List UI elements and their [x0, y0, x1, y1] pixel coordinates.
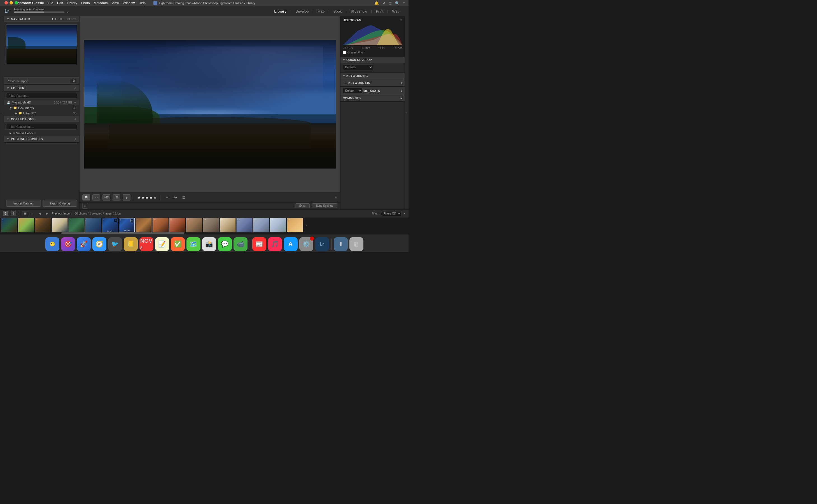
module-tab-map[interactable]: Map	[314, 8, 328, 15]
filmstrip-page-2-button[interactable]: 2	[11, 211, 16, 216]
comments-header[interactable]: Comments ◀	[341, 95, 405, 101]
filmstrip-thumb-12[interactable]: 12	[186, 218, 202, 232]
module-tab-web[interactable]: Web	[389, 8, 403, 15]
collections-search-input[interactable]	[6, 124, 77, 129]
keyword-add-button[interactable]: +	[343, 81, 347, 85]
folders-search-input[interactable]	[6, 93, 77, 98]
star-3[interactable]: ★	[145, 195, 149, 200]
share-icon[interactable]: ↗	[382, 1, 385, 5]
dock-safari[interactable]: 🧭	[92, 237, 106, 251]
dock-notes[interactable]: 📝	[155, 237, 169, 251]
close-button[interactable]	[4, 1, 8, 4]
menu-file[interactable]: File	[48, 1, 53, 5]
filmstrip-thumb-14[interactable]: 14	[220, 218, 236, 232]
quick-develop-header[interactable]: ▼ Quick Develop	[341, 57, 405, 63]
filmstrip-thumb-3[interactable]: 3	[35, 218, 51, 232]
export-catalog-button[interactable]: Export Catalog	[43, 200, 77, 207]
filmstrip-more-button[interactable]: ›	[304, 218, 309, 232]
filmstrip-next-button[interactable]: ▶	[44, 211, 50, 216]
dock-music[interactable]: 🎵	[268, 237, 282, 251]
dock-contacts[interactable]: 📒	[124, 237, 138, 251]
dock-news[interactable]: 📰	[252, 237, 266, 251]
star-2[interactable]: ★	[141, 195, 145, 200]
original-photo-check[interactable]	[343, 51, 346, 54]
crop-button[interactable]: ⊡	[180, 194, 187, 201]
filmstrip-loupe-view[interactable]: ▭	[29, 211, 35, 216]
histogram-header[interactable]: Histogram ▼	[343, 18, 402, 22]
search-icon[interactable]: 🔍	[395, 1, 400, 5]
module-tab-book[interactable]: Book	[330, 8, 345, 15]
dock-addownload[interactable]: ⬇	[334, 237, 348, 251]
sync-settings-button[interactable]: Sync Settings	[312, 203, 337, 208]
navigator-view-options[interactable]: FIT FILL 1:1 3:1	[52, 18, 76, 21]
import-catalog-button[interactable]: Import Catalog	[6, 200, 41, 207]
star-4[interactable]: ★	[149, 195, 153, 200]
quick-develop-preset-select[interactable]: Defaults	[343, 65, 373, 70]
dock-launchpad[interactable]: 🚀	[77, 237, 91, 251]
notification-icon[interactable]: 🔔	[374, 1, 379, 5]
filmstrip-thumb-15[interactable]: 15	[236, 218, 253, 232]
publish-services-add-button[interactable]: +	[74, 137, 76, 141]
dock-appstore[interactable]: A	[284, 237, 298, 251]
module-tab-slideshow[interactable]: Slideshow	[347, 8, 370, 15]
filmstrip-thumb-5[interactable]: 5	[68, 218, 84, 232]
menu-metadata[interactable]: Metadata	[94, 1, 108, 5]
progress-cancel-button[interactable]: ✕	[67, 11, 69, 14]
display-icon[interactable]: ⊡	[389, 1, 392, 5]
navigator-3-1-btn[interactable]: 3:1	[72, 18, 76, 21]
folders-panel-header[interactable]: ▼ Folders +	[4, 85, 79, 92]
star-1[interactable]: ★	[137, 195, 141, 200]
traffic-lights[interactable]	[2, 1, 20, 4]
dock-calendar[interactable]: NOV8	[139, 237, 153, 251]
filmstrip-thumb-16[interactable]: 16	[253, 218, 269, 232]
menu-window[interactable]: Window	[123, 1, 135, 5]
filmstrip-thumb-17[interactable]: 17	[270, 218, 286, 232]
filmstrip-thumb-13[interactable]: 13	[203, 218, 219, 232]
publish-services-panel-header[interactable]: ▼ Publish Services +	[4, 136, 79, 143]
filmstrip-thumb-10[interactable]: 10	[152, 218, 168, 232]
module-tab-develop[interactable]: Develop	[292, 8, 312, 15]
metadata-preset-select[interactable]: Default	[343, 88, 362, 93]
module-tab-print[interactable]: Print	[372, 8, 387, 15]
navigator-fit-btn[interactable]: FIT	[52, 18, 56, 21]
filter-close-icon[interactable]: ✕	[403, 212, 406, 215]
filmstrip-thumb-7[interactable]: 7 ★★★★★ ⊡	[102, 218, 118, 232]
star-5[interactable]: ★	[153, 195, 157, 200]
grid-view-button[interactable]: ⊞	[82, 194, 90, 201]
dock-maps[interactable]: 🗺️	[186, 237, 200, 251]
menu-view[interactable]: View	[112, 1, 119, 5]
original-photo-checkbox[interactable]: Original Photo	[343, 51, 402, 54]
dock-photos[interactable]: 📸	[202, 237, 216, 251]
filmstrip-thumb-2[interactable]: 2	[18, 218, 34, 232]
dock-system-preferences[interactable]: ⚙️ 1	[299, 237, 313, 251]
collections-add-button[interactable]: +	[74, 117, 76, 121]
filmstrip-page-1-button[interactable]: 1	[3, 211, 8, 216]
folder-item-ultra387[interactable]: ▶ 📁 Ultra 387 30	[4, 110, 79, 116]
filmstrip-thumb-11[interactable]: 11	[169, 218, 185, 232]
menu-extra-icon[interactable]: ≡	[403, 1, 405, 5]
filmstrip-thumb-4[interactable]: 4	[51, 218, 68, 232]
dock-trash[interactable]: 🗑	[349, 237, 363, 251]
rotate-right-button[interactable]: ↪	[172, 194, 178, 201]
filmstrip-thumb-6[interactable]: 6	[85, 218, 101, 232]
apple-menu[interactable]: Lightroom Classic File Edit Library Phot…	[0, 1, 149, 5]
filmstrip-scrollbar-thumb[interactable]	[61, 232, 184, 234]
fullscreen-button[interactable]	[15, 1, 18, 4]
side-panel-toggle[interactable]: ⊡	[82, 203, 88, 209]
compare-view-button[interactable]: ×⊟	[102, 194, 110, 201]
menu-edit[interactable]: Edit	[57, 1, 63, 5]
dock-lightroom[interactable]: Lr	[315, 237, 329, 251]
filmstrip-thumb-18[interactable]: 18	[287, 218, 303, 232]
folder-item-documents[interactable]: ▼ 📁 Documents 30	[4, 105, 79, 110]
sync-button[interactable]: Sync	[295, 203, 310, 208]
folders-add-button[interactable]: +	[74, 86, 76, 90]
left-panel-collapse[interactable]: ‹	[0, 16, 4, 209]
navigator-1-1-btn[interactable]: 1:1	[66, 18, 70, 21]
dock-reminders[interactable]: ✅	[171, 237, 185, 251]
navigator-panel-header[interactable]: ▼ Navigator FIT FILL 1:1 3:1	[4, 16, 79, 22]
filmstrip-prev-button[interactable]: ◀	[37, 211, 42, 216]
right-panel-collapse[interactable]: ›	[405, 16, 408, 209]
menu-help[interactable]: Help	[138, 1, 145, 5]
dock-facetime[interactable]: 📹	[234, 237, 248, 251]
dock-twitter-client[interactable]: 🐦	[108, 237, 122, 251]
